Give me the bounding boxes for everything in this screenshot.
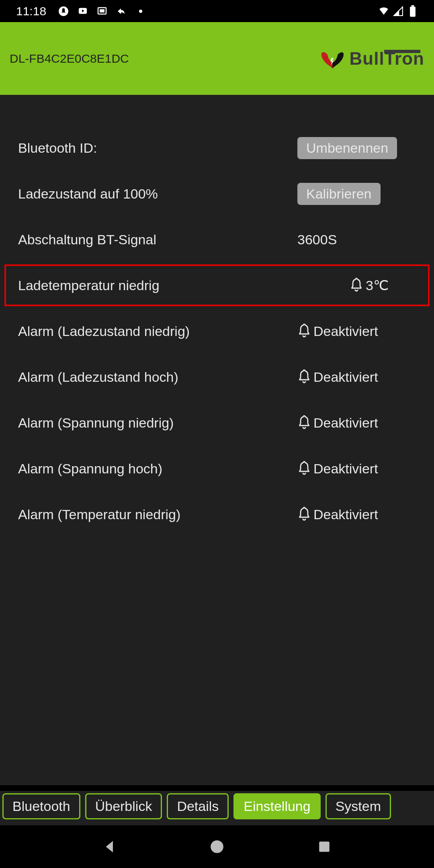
setting-value: Deaktiviert [313, 369, 378, 385]
settings-content: Bluetooth ID:UmbenennenLadezustand auf 1… [0, 95, 434, 785]
setting-row[interactable]: Alarm (Ladezustand niedrig)Deaktiviert [18, 308, 416, 354]
signal-icon [393, 6, 403, 16]
tab-bluetooth[interactable]: Bluetooth [2, 793, 80, 819]
setting-label: Alarm (Spannung niedrig) [18, 415, 297, 431]
bell-icon [297, 369, 311, 385]
home-button[interactable] [207, 837, 227, 857]
bell-icon [297, 461, 311, 477]
svg-rect-6 [410, 6, 416, 16]
setting-value: Deaktiviert [313, 323, 378, 339]
svg-point-7 [211, 840, 223, 853]
setting-row[interactable]: Ladezustand auf 100%Kalibrieren [18, 171, 416, 217]
setting-row[interactable]: Abschaltung BT-Signal3600S [18, 217, 416, 262]
kalibrieren-button[interactable]: Kalibrieren [297, 183, 381, 205]
setting-row[interactable]: Bluetooth ID:Umbenennen [18, 125, 416, 171]
svg-rect-8 [319, 841, 330, 852]
status-icons-right [379, 6, 418, 16]
status-time: 11:18 [16, 4, 46, 18]
setting-value: 3℃ [366, 277, 389, 293]
setting-label: Ladetemperatur niedrig [18, 278, 350, 293]
setting-label: Ladezustand auf 100% [18, 186, 297, 202]
setting-row[interactable]: Alarm (Spannung niedrig)Deaktiviert [18, 400, 416, 446]
bell-icon [297, 323, 311, 339]
wifi-icon [379, 6, 389, 16]
youtube-icon [78, 6, 88, 16]
back-button[interactable] [100, 837, 120, 857]
battery-icon [407, 6, 418, 16]
setting-value-cell: Deaktiviert [297, 506, 416, 522]
setting-value-cell: Umbenennen [297, 137, 416, 159]
setting-value-cell: Deaktiviert [297, 323, 416, 339]
setting-value-cell: 3℃ [350, 277, 416, 293]
tab-system[interactable]: System [326, 793, 391, 819]
tab-einstellung[interactable]: Einstellung [233, 793, 320, 819]
setting-label: Abschaltung BT-Signal [18, 232, 297, 248]
status-icons-left [58, 6, 146, 16]
notification-icon [58, 6, 69, 16]
bell-icon [297, 415, 311, 431]
setting-label: Alarm (Spannung hoch) [18, 461, 297, 477]
bull-icon [319, 47, 346, 70]
setting-value-cell: Deaktiviert [297, 415, 416, 431]
highlighted-setting-row[interactable]: Ladetemperatur niedrig3℃ [4, 264, 430, 306]
setting-value: Deaktiviert [313, 507, 378, 522]
setting-value-cell: Deaktiviert [297, 461, 416, 477]
setting-row[interactable]: Alarm (Spannung hoch)Deaktiviert [18, 446, 416, 491]
umbenennen-button[interactable]: Umbenennen [297, 137, 397, 159]
setting-label: Bluetooth ID: [18, 140, 297, 156]
setting-row[interactable]: Alarm (Temperatur niedrig)Deaktiviert [18, 491, 416, 537]
setting-label: Alarm (Ladezustand hoch) [18, 369, 297, 385]
brand-logo: BullTron [319, 47, 424, 70]
device-id: DL-FB4C2E0C8E1DC [10, 52, 129, 66]
svg-rect-3 [100, 9, 104, 12]
setting-value: Deaktiviert [313, 461, 378, 477]
setting-label: Alarm (Temperatur niedrig) [18, 507, 297, 522]
tab-details[interactable]: Details [167, 793, 229, 819]
brand-name: BullTron [350, 49, 424, 69]
dot-icon [135, 6, 146, 16]
bell-icon [297, 506, 311, 522]
recent-button[interactable] [314, 837, 334, 857]
svg-point-4 [139, 10, 142, 13]
setting-value-cell: Kalibrieren [297, 183, 416, 205]
setting-value: 3600S [297, 232, 337, 248]
screenshot-icon [97, 6, 107, 16]
tab-überblick[interactable]: Überblick [85, 793, 162, 819]
setting-row[interactable]: Alarm (Ladezustand hoch)Deaktiviert [18, 354, 416, 400]
setting-value-cell: Deaktiviert [297, 369, 416, 385]
setting-label: Alarm (Ladezustand niedrig) [18, 323, 297, 339]
status-bar: 11:18 [0, 0, 434, 22]
svg-rect-5 [411, 5, 414, 6]
bottom-tabs: BluetoothÜberblickDetailsEinstellungSyst… [0, 791, 434, 825]
android-nav-bar [0, 825, 434, 868]
bell-icon [350, 277, 363, 293]
app-header: DL-FB4C2E0C8E1DC BullTron [0, 22, 434, 95]
reply-icon [116, 6, 127, 16]
setting-value: Deaktiviert [313, 415, 378, 431]
setting-value-cell: 3600S [297, 232, 416, 248]
